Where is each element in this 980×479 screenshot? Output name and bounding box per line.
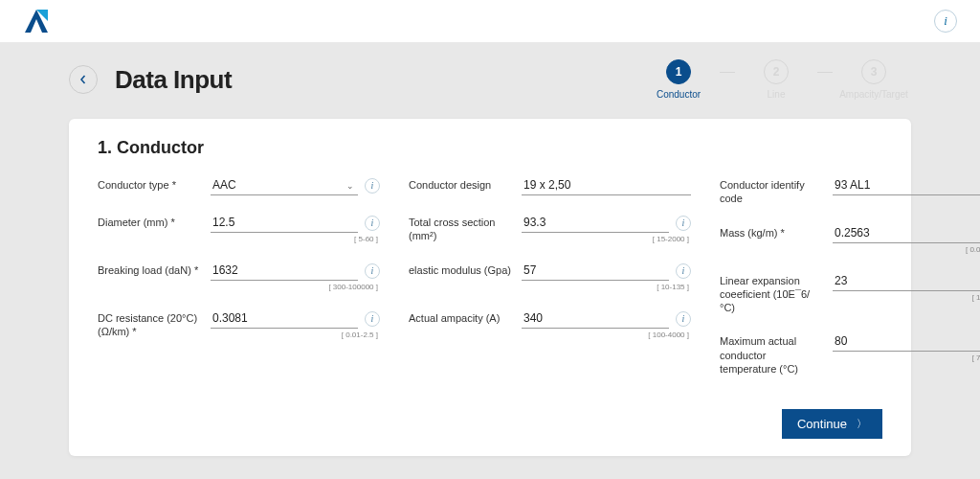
info-icon[interactable]: i [365, 263, 380, 279]
conductor-design-input[interactable] [522, 175, 691, 195]
step-line[interactable]: 2 Line [739, 59, 813, 100]
field-cross-section: Total cross section (mm²) i [ 15-2000 ] [409, 213, 691, 243]
field-dc-resistance: DC resistance (20°C) (Ω/km) * i [ 0.01-2… [98, 308, 380, 339]
field-max-temp: Maximum actual conductor temperature (°C… [720, 331, 980, 376]
page-title: Data Input [115, 65, 232, 95]
continue-button[interactable]: Continue 〉 [782, 409, 882, 439]
info-icon[interactable]: i [676, 263, 691, 279]
field-diameter: Diameter (mm) * i [ 5-60 ] [98, 213, 380, 243]
breaking-load-input[interactable] [211, 261, 358, 281]
field-breaking-load: Breaking load (daN) * i [ 300-100000 ] [98, 261, 380, 291]
info-icon[interactable]: i [365, 178, 380, 194]
elastic-modulus-input[interactable] [522, 261, 669, 281]
info-icon[interactable]: i [676, 311, 691, 327]
chevron-right-icon: 〉 [857, 417, 867, 431]
field-elastic-modulus: elastic modulus (Gpa) i [ 10-135 ] [409, 261, 691, 291]
step-connector [817, 72, 833, 73]
field-identify-code: Conductor identify code [720, 175, 980, 206]
stepper: 1 Conductor 2 Line 3 Ampacity/Target [641, 59, 911, 100]
cross-section-input[interactable] [522, 213, 669, 233]
topbar: i [0, 0, 980, 42]
conductor-type-select[interactable] [211, 175, 358, 195]
dc-resistance-input[interactable] [211, 308, 358, 329]
info-icon[interactable]: i [676, 216, 691, 231]
field-actual-ampacity: Actual ampacity (A) i [ 100-4000 ] [409, 308, 691, 339]
page-header: Data Input 1 Conductor 2 Line 3 Ampacity… [0, 42, 980, 111]
form-card: 1. Conductor Conductor type * ⌄ i Diamet [69, 119, 911, 456]
actual-ampacity-input[interactable] [522, 308, 669, 329]
linear-expansion-input[interactable] [833, 271, 980, 291]
info-icon[interactable]: i [365, 311, 380, 327]
field-conductor-type: Conductor type * ⌄ i [98, 175, 380, 195]
info-icon[interactable]: i [365, 216, 380, 231]
field-conductor-design: Conductor design [409, 175, 691, 195]
top-info-button[interactable]: i [934, 10, 957, 33]
section-title: 1. Conductor [98, 138, 882, 158]
step-ampacity[interactable]: 3 Ampacity/Target [836, 59, 911, 100]
identify-code-input[interactable] [833, 175, 980, 195]
field-mass: Mass (kg/m) * i [ 0.04-10 ] [720, 223, 980, 254]
mass-input[interactable] [833, 223, 980, 243]
max-temp-input[interactable] [833, 331, 980, 352]
step-conductor[interactable]: 1 Conductor [641, 59, 716, 100]
diameter-input[interactable] [211, 213, 358, 233]
step-connector [720, 72, 735, 73]
back-button[interactable] [69, 65, 98, 94]
app-logo [23, 8, 50, 34]
field-linear-expansion: Linear expansion coeeficient (10E¯6/°C) … [720, 271, 980, 315]
chevron-left-icon [78, 75, 88, 84]
form-grid: Conductor type * ⌄ i Diameter (mm) * [98, 175, 882, 376]
